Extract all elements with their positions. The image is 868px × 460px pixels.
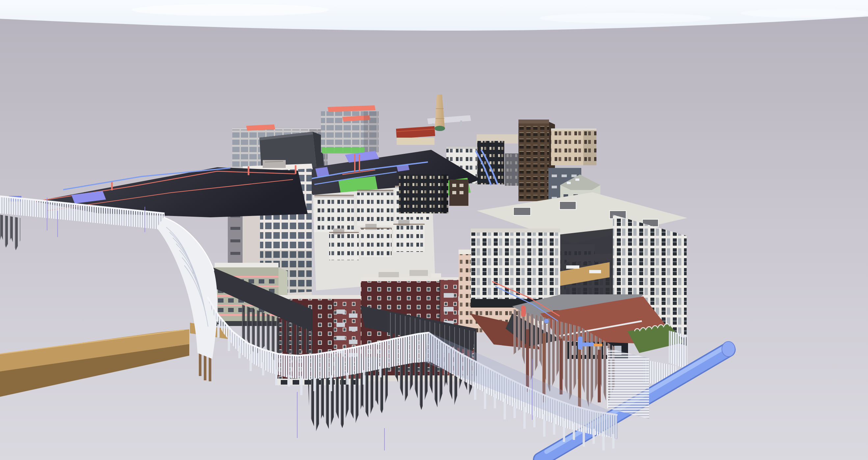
tile-roof-building[interactable] bbox=[396, 126, 435, 145]
terraced-retaining-wall bbox=[608, 348, 649, 419]
viewport-3d[interactable] bbox=[0, 0, 868, 460]
office-frame-red-roof-2[interactable] bbox=[321, 105, 378, 153]
